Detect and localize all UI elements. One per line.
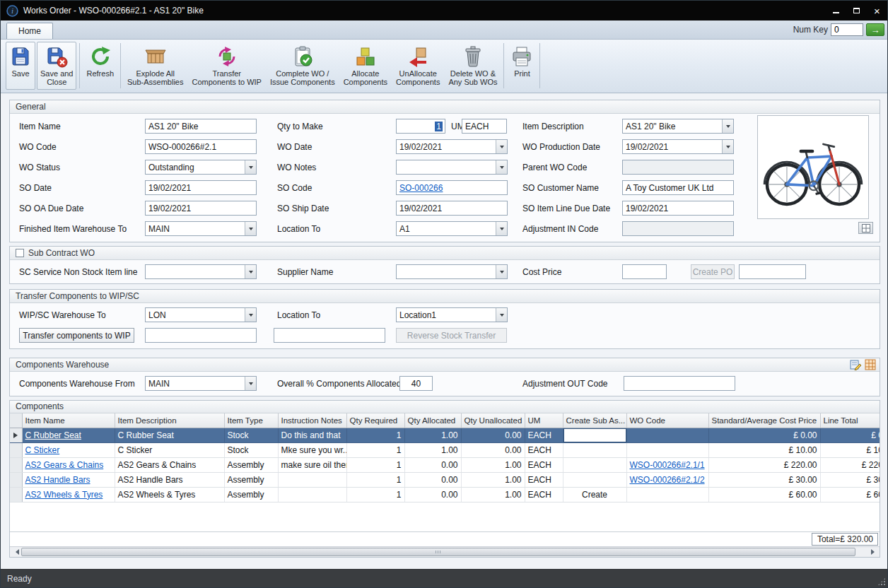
item-name-link[interactable]: AS2 Gears & Chains: [25, 460, 104, 470]
component-row[interactable]: AS2 Handle Bars AS2 Handle Bars Assembly…: [10, 472, 880, 487]
supplier-name-label: Supplier Name: [277, 267, 333, 277]
so-oa-due-date-input[interactable]: [145, 201, 257, 216]
so-ship-date-input[interactable]: [396, 201, 508, 216]
scroll-right-arrow[interactable]: [868, 547, 880, 557]
close-button[interactable]: ×: [867, 3, 887, 18]
tab-strip: Home Num Key →: [1, 20, 887, 40]
cost-price-input[interactable]: [622, 264, 667, 279]
col-qty-required[interactable]: Qty Required: [346, 413, 404, 428]
qty-allocated-cell: 0.00: [404, 457, 461, 472]
complete-wo-button[interactable]: Complete WO /Issue Components: [267, 42, 339, 90]
sub-contract-extra-input[interactable]: [739, 264, 806, 279]
col-cost-price[interactable]: Standard/Average Cost Price: [708, 413, 820, 428]
chevron-down-icon: [496, 160, 507, 174]
transfer-field-2[interactable]: [274, 328, 385, 343]
orange-grid-icon: [865, 359, 876, 370]
col-instruction-notes[interactable]: Instruction Notes: [278, 413, 346, 428]
wip-warehouse-to-select[interactable]: LON: [145, 307, 257, 322]
wo-code-link[interactable]: WSO-000266#2.1/1: [630, 460, 705, 470]
scrollbar-thumb[interactable]: [21, 548, 855, 556]
col-create-sub[interactable]: Create Sub As...: [563, 413, 626, 428]
wo-production-date-select[interactable]: 19/02/2021: [622, 139, 734, 154]
num-key-input[interactable]: [831, 23, 863, 36]
item-name-link[interactable]: AS2 Wheels & Tyres: [25, 490, 103, 500]
maximize-button[interactable]: [846, 3, 867, 18]
transfer-location-to-label: Location To: [277, 310, 320, 320]
cost-price-cell: £ 0.00: [708, 428, 820, 442]
wo-date-select[interactable]: 19/02/2021: [396, 139, 508, 154]
item-name-link[interactable]: C Sticker: [25, 445, 60, 455]
create-sub-assembly-cell[interactable]: [563, 428, 626, 442]
save-and-close-button[interactable]: Save andClose: [37, 42, 76, 90]
qty-to-make-input[interactable]: 1: [396, 119, 445, 134]
transfer-components-wip-button[interactable]: TransferComponents to WIP: [189, 42, 265, 90]
col-qty-unallocated[interactable]: Qty Unallocated: [461, 413, 525, 428]
create-sub-assembly-cell[interactable]: [563, 472, 626, 487]
item-name-link[interactable]: AS2 Handle Bars: [25, 475, 90, 485]
scrollbar-track[interactable]: [21, 547, 868, 557]
horizontal-scrollbar[interactable]: [10, 546, 880, 557]
so-code-link[interactable]: SO-000266: [399, 183, 443, 193]
print-button[interactable]: Print: [507, 42, 537, 90]
transfer-location-to-select[interactable]: Location1: [396, 307, 508, 322]
components-warehouse-from-select[interactable]: MAIN: [145, 376, 257, 391]
save-button[interactable]: Save: [6, 42, 35, 90]
adjustment-out-code-input[interactable]: [624, 376, 735, 391]
wo-notes-select[interactable]: [396, 160, 508, 175]
transfer-wip-icon: [216, 45, 238, 68]
resize-grip[interactable]: [877, 577, 886, 586]
component-row[interactable]: AS2 Gears & Chains AS2 Gears & Chains As…: [10, 457, 880, 472]
location-to-select[interactable]: A1: [396, 221, 508, 236]
ribbon-separator: [120, 43, 121, 88]
component-row[interactable]: C Sticker C Sticker Stock Mke sure you w…: [10, 442, 880, 457]
col-item-description[interactable]: Item Description: [115, 413, 224, 428]
wo-code-link[interactable]: WSO-000266#2.1/2: [630, 475, 705, 485]
col-item-name[interactable]: Item Name: [22, 413, 115, 428]
item-name-link[interactable]: C Rubber Seat: [25, 430, 81, 440]
qty-required-cell: 1: [346, 442, 404, 457]
tab-home[interactable]: Home: [6, 23, 53, 39]
item-description-select[interactable]: AS1 20" Bike: [622, 119, 734, 134]
um-cell: EACH: [525, 487, 563, 502]
so-date-input[interactable]: [145, 180, 257, 195]
allocate-components-button[interactable]: AllocateComponents: [340, 42, 391, 90]
image-options-button[interactable]: [858, 222, 873, 234]
num-key-go-button[interactable]: →: [866, 23, 884, 36]
um-input[interactable]: [462, 119, 507, 134]
component-row[interactable]: AS2 Wheels & Tyres AS2 Wheels & Tyres As…: [10, 487, 880, 502]
create-sub-assembly-cell[interactable]: Create: [563, 487, 626, 502]
col-wo-code[interactable]: WO Code: [626, 413, 708, 428]
explode-sub-assemblies-button[interactable]: Explode AllSub-Assemblies: [124, 42, 187, 90]
col-um[interactable]: UM: [525, 413, 563, 428]
create-sub-assembly-cell[interactable]: [563, 442, 626, 457]
qty-unallocated-cell: 1.00: [461, 457, 525, 472]
sc-service-select[interactable]: [145, 264, 257, 279]
chevron-down-icon: [722, 119, 733, 133]
col-item-type[interactable]: Item Type: [224, 413, 278, 428]
wo-status-select[interactable]: Outstanding: [145, 160, 257, 175]
component-row[interactable]: C Rubber Seat C Rubber Seat Stock Do thi…: [10, 428, 880, 442]
finished-item-warehouse-to-select[interactable]: MAIN: [145, 221, 257, 236]
item-name-input[interactable]: [145, 119, 257, 134]
create-sub-assembly-cell[interactable]: [563, 457, 626, 472]
transfer-field-1[interactable]: [145, 328, 257, 343]
col-line-total[interactable]: Line Total: [820, 413, 880, 428]
delete-wo-button[interactable]: Delete WO &Any Sub WOs: [445, 42, 501, 90]
grid-view-button[interactable]: [865, 359, 876, 370]
so-item-line-due-date-input[interactable]: [622, 201, 734, 216]
refresh-button[interactable]: Refresh: [83, 42, 117, 90]
supplier-name-select[interactable]: [396, 264, 508, 279]
overall-allocated-input[interactable]: [399, 376, 433, 391]
so-customer-name-input[interactable]: [622, 180, 734, 195]
scroll-left-arrow[interactable]: [10, 547, 21, 557]
sub-contract-checkbox[interactable]: [16, 249, 24, 257]
col-qty-allocated[interactable]: Qty Allocated: [404, 413, 461, 428]
minimize-button[interactable]: [826, 3, 846, 18]
item-type-cell: Assembly: [224, 472, 278, 487]
transfer-group: Transfer Components to WIP/SC WIP/SC War…: [9, 289, 880, 349]
transfer-components-button[interactable]: Transfer components to WIP: [19, 328, 134, 343]
wo-code-input[interactable]: [145, 139, 257, 154]
unallocate-components-button[interactable]: UnAllocateComponents: [392, 42, 443, 90]
print-icon: [510, 45, 533, 68]
customize-view-button[interactable]: [850, 359, 861, 370]
